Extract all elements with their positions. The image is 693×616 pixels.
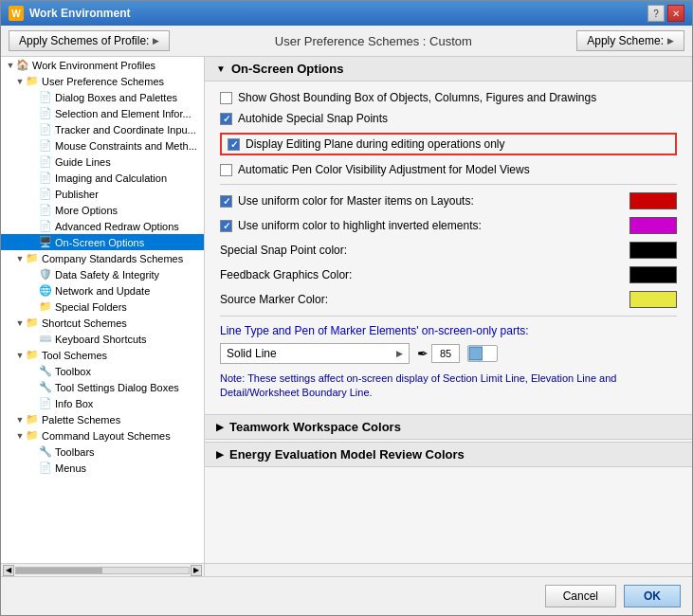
sidebar-item-info-box[interactable]: 📄 Info Box [1,395,204,411]
sidebar-item-label: Tool Schemes [42,350,107,361]
apply-schemes-label: Apply Schemes of Profile: [19,34,149,47]
apply-scheme-button[interactable]: Apply Scheme: ▶ [576,30,684,51]
color-swatch-snap[interactable] [629,242,677,259]
sidebar-item-label: Info Box [55,398,93,409]
dropdown-value: Solid Line [227,347,277,360]
line-type-dropdown[interactable]: Solid Line ▶ [220,343,410,364]
sidebar-item-label: Palette Schemes [42,414,120,426]
checkbox-autohide[interactable] [220,113,232,125]
sidebar-item-menus[interactable]: 📄 Menus [1,460,204,476]
color-swatch-highlight[interactable] [629,217,677,234]
window-title: Work Environment [29,7,130,20]
expand-icon [27,366,39,377]
toggle-switch[interactable] [467,345,498,362]
sidebar-item-label: Imaging and Calculation [55,172,167,184]
apply-schemes-button[interactable]: Apply Schemes of Profile: ▶ [9,30,170,51]
hscroll-left-button[interactable]: ◀ [3,565,14,576]
sidebar-item-toolbox[interactable]: 🔧 Toolbox [1,363,204,379]
pen-number-input-box: ✒ 85 [417,344,460,363]
dropdown-arrow-icon: ▶ [396,349,403,358]
expand-icon [27,172,39,184]
expand-icon [27,285,39,297]
doc-icon: 📄 [39,91,52,103]
sidebar-item-more-options[interactable]: 📄 More Options [1,202,204,218]
pen-number-box[interactable]: 85 [431,344,460,363]
sidebar-item-tool-settings[interactable]: 🔧 Tool Settings Dialog Boxes [1,379,204,395]
sidebar-item-guide-lines[interactable]: 📄 Guide Lines [1,154,204,170]
doc-icon: 📄 [39,204,52,216]
color-swatch-master[interactable] [629,192,677,209]
sidebar-item-on-screen[interactable]: 🖥️ On-Screen Options [1,234,204,250]
section-expand-arrow: ▶ [216,422,224,432]
main-window: W Work Environment ? ✕ Apply Schemes of … [0,0,693,616]
expand-icon: ▼ [14,317,26,329]
energy-section-header[interactable]: ▶ Energy Evaluation Model Review Colors [205,442,692,467]
sidebar-item-dialog-boxes[interactable]: 📄 Dialog Boxes and Palettes [1,89,204,105]
expand-icon [27,462,39,474]
folder-icon: 📁 [26,252,39,264]
feedback-color-label: Feedback Graphics Color: [220,268,352,281]
sidebar-item-user-pref-schemes[interactable]: ▼ 📁 User Preference Schemes [1,73,204,89]
section-expand-arrow: ▶ [216,449,224,460]
sidebar-item-imaging[interactable]: 📄 Imaging and Calculation [1,170,204,186]
sidebar-item-company-standards[interactable]: ▼ 📁 Company Standards Schemes [1,250,204,266]
teamwork-section-header[interactable]: ▶ Teamwork Workspace Colors [205,414,692,440]
title-bar: W Work Environment ? ✕ [1,1,692,26]
option-row-uniform-highlight: Use uniform color to highlight inverted … [220,217,677,234]
sidebar-item-label: Company Standards Schemes [42,253,183,264]
sidebar-item-label: Shortcut Schemes [42,317,127,329]
sidebar-item-mouse[interactable]: 📄 Mouse Constraints and Meth... [1,137,204,154]
sidebar-item-data-safety[interactable]: 🛡️ Data Safety & Integrity [1,266,204,282]
hscroll-thumb[interactable] [16,568,102,573]
sidebar-item-palette-schemes[interactable]: ▼ 📁 Palette Schemes [1,411,204,427]
sidebar-item-network[interactable]: 🌐 Network and Update [1,282,204,299]
close-button[interactable]: ✕ [667,5,684,22]
shield-icon: 🛡️ [39,268,52,281]
sidebar-item-special-folders[interactable]: 📁 Special Folders [1,299,204,315]
doc-icon: 📄 [39,397,52,409]
expand-icon [27,398,39,409]
checkbox-auto-pen[interactable] [220,164,232,176]
checkbox-ghost[interactable] [220,92,232,104]
sidebar-item-label: Toolbars [55,446,95,458]
hscroll-track [15,567,190,574]
expand-icon [27,446,39,458]
color-swatch-feedback[interactable] [629,266,677,283]
sidebar-item-label: Mouse Constraints and Meth... [55,140,197,152]
sidebar-item-advanced-redraw[interactable]: 📄 Advanced Redraw Options [1,218,204,234]
tool-icon: 🔧 [39,381,52,393]
sidebar-item-publisher[interactable]: 📄 Publisher [1,186,204,202]
sidebar-item-toolbars[interactable]: 🔧 Toolbars [1,444,204,460]
energy-section-label: Energy Evaluation Model Review Colors [229,447,465,462]
section-content: Show Ghost Bounding Box of Objects, Colu… [205,82,692,410]
section-header-on-screen[interactable]: ▼ On-Screen Options [205,57,692,82]
sidebar-item-tool-schemes[interactable]: ▼ 📁 Tool Schemes [1,347,204,363]
color-swatch-source-marker[interactable] [629,291,677,308]
sidebar-item-keyboard[interactable]: ⌨️ Keyboard Shortcuts [1,331,204,347]
checkbox-editing-plane[interactable] [228,138,240,151]
folder-icon: 📁 [39,300,52,313]
sidebar-item-tracker[interactable]: 📄 Tracker and Coordinate Inpu... [1,121,204,137]
help-button[interactable]: ? [647,5,665,22]
schemes-center-label: User Preference Schemes : Custom [275,34,472,48]
sidebar-item-label: Keyboard Shortcuts [55,334,147,345]
sidebar-item-label: Special Folders [55,301,127,313]
ghost-label: Show Ghost Bounding Box of Objects, Colu… [238,91,596,104]
folder-icon: 📁 [26,413,39,426]
sidebar-item-label: Network and Update [55,285,150,297]
option-row-ghost: Show Ghost Bounding Box of Objects, Colu… [220,91,677,104]
sidebar-item-command-layout[interactable]: ▼ 📁 Command Layout Schemes [1,427,204,444]
checkbox-uniform-highlight[interactable] [220,220,232,232]
checkbox-uniform-master[interactable] [220,195,232,208]
cancel-button[interactable]: Cancel [545,585,616,607]
title-buttons: ? ✕ [647,5,684,22]
expand-icon: ▼ [14,414,26,426]
sidebar-item-shortcut-schemes[interactable]: ▼ 📁 Shortcut Schemes [1,315,204,331]
expand-icon [27,189,39,200]
hscroll-right-button[interactable]: ▶ [191,565,202,576]
option-row-uniform-master: Use uniform color for Master items on La… [220,192,677,209]
expand-icon [27,140,39,152]
sidebar-item-work-env-profiles[interactable]: ▼ 🏠 Work Environment Profiles [1,57,204,73]
ok-button[interactable]: OK [624,585,681,607]
sidebar-item-selection[interactable]: 📄 Selection and Element Infor... [1,105,204,121]
